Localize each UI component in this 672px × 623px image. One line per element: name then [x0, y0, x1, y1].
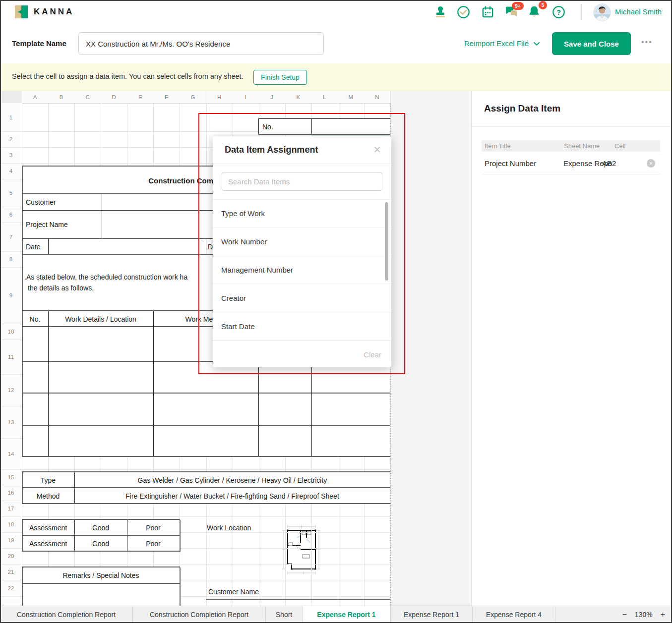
row-header[interactable]: 18	[0, 516, 22, 533]
template-name-input[interactable]	[78, 32, 324, 55]
column-header[interactable]: B	[48, 91, 75, 104]
sheet-cell-text[interactable]: Date	[26, 239, 75, 254]
row-header[interactable]: 11	[0, 340, 22, 375]
remove-assignment-icon[interactable]: ✕	[647, 159, 655, 168]
sheet-cell-text[interactable]: Type	[22, 472, 74, 488]
row-header[interactable]: 10	[0, 324, 22, 340]
save-and-close-button[interactable]: Save and Close	[552, 32, 631, 55]
sheet-cell-text[interactable]: Assessment	[22, 536, 74, 552]
sheet-cell-text[interactable]: Project Name	[26, 210, 125, 239]
check-circle-icon[interactable]	[457, 5, 471, 19]
row-header[interactable]: 20	[0, 548, 22, 565]
calendar-icon[interactable]	[481, 5, 495, 19]
sheet-tab[interactable]: Expense Report 1	[391, 606, 473, 623]
sheet-tab[interactable]: Short	[266, 606, 303, 623]
zoom-in-button[interactable]: +	[661, 610, 665, 619]
sheet-cell-text[interactable]: Fire Extinguisher / Water Bucket / Fire-…	[74, 488, 390, 504]
gridline	[0, 564, 390, 565]
column-header[interactable]: M	[338, 91, 365, 104]
help-icon[interactable]: ?	[552, 5, 566, 19]
row-header[interactable]: 19	[0, 532, 22, 549]
sheet-cell-text[interactable]: Poor	[127, 536, 180, 552]
header-cell: Cell	[614, 142, 625, 150]
row-header[interactable]: 3	[0, 147, 22, 164]
search-data-items-input[interactable]	[222, 172, 382, 191]
sheet-tab[interactable]: Expense Report 4	[473, 606, 555, 623]
data-item-option[interactable]: Management Number	[213, 256, 391, 284]
assignment-cell-ref: AB2	[602, 152, 616, 174]
form-border	[206, 239, 206, 254]
row-header[interactable]: 16	[0, 485, 22, 501]
column-header[interactable]: C	[74, 91, 101, 104]
user-name[interactable]: Michael Smith	[615, 7, 662, 16]
data-item-assignment-modal: Data Item Assignment ✕ Type of WorkWork …	[213, 136, 391, 367]
finish-setup-button[interactable]: Finish Setup	[253, 70, 307, 85]
column-header[interactable]: G	[180, 91, 206, 104]
bell-badge: 5	[539, 1, 547, 9]
more-options-button[interactable]: •••	[641, 38, 653, 47]
assign-data-item-panel: Assign Data Item Item Title Sheet Name C…	[471, 91, 672, 606]
column-header[interactable]: L	[311, 91, 338, 104]
form-border	[153, 311, 154, 456]
clear-button[interactable]: Clear	[364, 341, 381, 368]
sheet-cell-text[interactable]: Method	[22, 488, 74, 504]
close-icon[interactable]: ✕	[373, 144, 381, 156]
row-header[interactable]: 13	[0, 406, 22, 439]
data-item-option[interactable]: Type of Work	[213, 200, 391, 228]
row-header[interactable]: 4	[0, 163, 22, 179]
svg-text:?: ?	[556, 8, 561, 16]
zoom-out-button[interactable]: −	[622, 610, 627, 619]
sheet-cell-text[interactable]: Work Location	[207, 520, 271, 536]
sheet-cell-text[interactable]: Good	[74, 520, 127, 536]
sheet-cell-text[interactable]: Gas Welder / Gas Cylinder / Kerosene / H…	[74, 472, 390, 488]
row-header[interactable]: 21	[0, 564, 22, 580]
row-header[interactable]: 22	[0, 580, 22, 597]
data-item-option[interactable]: Creator	[213, 284, 391, 312]
column-header[interactable]: E	[127, 91, 154, 104]
reimport-excel-link[interactable]: Reimport Excel File	[464, 39, 540, 48]
kanna-logo-icon[interactable]	[15, 5, 28, 18]
sheet-tab[interactable]: Expense Report 1	[303, 606, 391, 623]
sheet-cell-text[interactable]: No.	[22, 311, 48, 327]
sheet-cell-text[interactable]: Customer Name	[208, 584, 288, 600]
row-header[interactable]: 9	[0, 267, 22, 324]
row-header[interactable]: 15	[0, 469, 22, 485]
sheet-cell-text[interactable]: Poor	[127, 520, 180, 536]
sheet-tab[interactable]: Construction Completion Report	[133, 606, 266, 623]
sheet-cell-text[interactable]: Good	[74, 536, 127, 552]
column-header[interactable]: J	[259, 91, 286, 104]
data-item-option[interactable]: Work Number	[213, 228, 391, 256]
select-all-corner[interactable]	[0, 91, 22, 104]
row-header[interactable]: 2	[0, 131, 22, 148]
data-item-option[interactable]: Start Date	[213, 312, 391, 340]
sheet-cell-text[interactable]: Remarks / Special Notes	[22, 567, 180, 583]
avatar[interactable]	[593, 3, 611, 21]
row-header[interactable]: 8	[0, 251, 22, 268]
sheet-cell-text[interactable]: Assessment	[22, 520, 74, 536]
column-header[interactable]: I	[233, 91, 259, 104]
row-header[interactable]: 1	[0, 103, 22, 132]
sheet-cell-text[interactable]: Work Details / Location	[48, 311, 153, 327]
row-header[interactable]: 6	[0, 207, 22, 223]
sheet-cell-text[interactable]: No.	[262, 119, 292, 134]
row-header[interactable]: 5	[0, 179, 22, 207]
assignment-table-header: Item Title Sheet Name Cell	[482, 140, 660, 152]
row-header[interactable]: 14	[0, 438, 22, 470]
modal-scrollbar[interactable]	[385, 202, 388, 281]
column-header[interactable]: A	[22, 91, 49, 104]
row-header[interactable]: 7	[0, 223, 22, 252]
row-header[interactable]: 12	[0, 374, 22, 406]
column-header[interactable]: D	[101, 91, 127, 104]
column-header[interactable]: N	[364, 91, 391, 104]
column-header[interactable]: H	[206, 91, 233, 104]
sheet-cell-text[interactable]: Customer	[26, 194, 125, 210]
row-header[interactable]	[0, 596, 22, 606]
form-border	[311, 119, 312, 134]
column-header[interactable]: F	[153, 91, 180, 104]
stamp-icon[interactable]	[433, 5, 447, 19]
row-header[interactable]: 17	[0, 501, 22, 517]
modal-header: Data Item Assignment ✕	[213, 136, 391, 164]
topbar-divider	[581, 4, 582, 20]
column-header[interactable]: K	[285, 91, 312, 104]
sheet-tab[interactable]: Construction Completion Report	[0, 606, 133, 623]
